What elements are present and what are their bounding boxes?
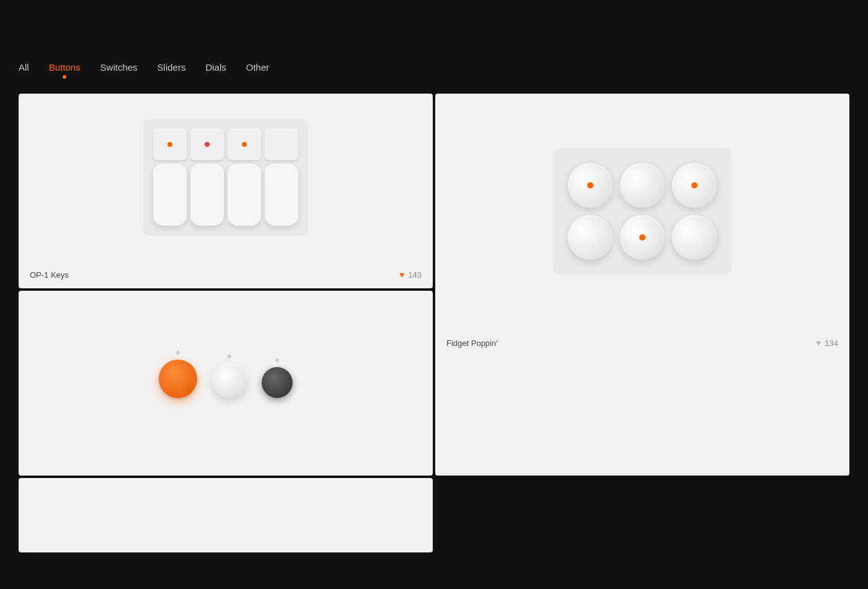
op1-dot-3 [242,142,247,147]
card-fidget-poppin-like-count: 134 [825,339,838,348]
heart-filled-icon: ♥ [399,270,404,280]
op1-top-key-4 [265,129,298,160]
fidget-bubble-1 [568,163,613,208]
btn-vis-dot-white [228,355,231,358]
tab-dials[interactable]: Dials [205,62,226,76]
card-op1-keys-like-count: 143 [408,270,422,280]
fidget-dot-3 [691,182,698,188]
tab-all[interactable]: All [19,62,29,76]
btn-orange-circle [159,360,197,398]
tab-other[interactable]: Other [246,62,270,76]
card-buttons-vis-footer [19,458,433,476]
card-fidget-poppin-content [435,94,849,329]
op1-top-key-2 [190,129,224,160]
buttons-visual [159,351,293,398]
fidget-dot-5 [639,234,645,241]
op1-bottom-key-4 [265,164,298,226]
op1-bottom-key-3 [228,164,261,226]
card-buttons-vis[interactable] [19,291,433,476]
card-buttons-vis-content [19,291,433,458]
tab-sliders[interactable]: Sliders [157,62,186,76]
card-op1-keys[interactable]: OP-1 Keys ♥ 143 [19,94,433,288]
fidget-grid-visual [553,148,732,275]
op1-dot-1 [167,142,172,147]
card-empty[interactable] [19,478,433,552]
op1-keys-visual [143,119,308,236]
card-fidget-poppin-footer: Fidget Poppin' ♥ 134 [435,329,849,356]
fidget-bubble-5 [620,215,665,260]
nav-tabs: All Buttons Switches Sliders Dials Other [19,62,849,76]
heart-empty-icon: ♥ [816,338,821,348]
op1-bottom-key-1 [153,164,187,226]
op1-top-key-1 [153,129,187,160]
card-op1-keys-footer: OP-1 Keys ♥ 143 [19,261,433,288]
page-wrapper: All Buttons Switches Sliders Dials Other [0,0,868,589]
card-op1-keys-likes: ♥ 143 [399,270,422,280]
card-fidget-poppin-title: Fidget Poppin' [446,339,498,348]
card-fidget-poppin[interactable]: Fidget Poppin' ♥ 134 [435,94,849,476]
card-op1-keys-content [19,94,433,261]
btn-white-circle [212,363,247,398]
btn-vis-dot-orange [176,351,180,355]
tab-switches[interactable]: Switches [100,62,138,76]
fidget-bubble-6 [672,215,717,260]
card-fidget-poppin-likes: ♥ 134 [816,338,838,348]
op1-bottom-key-2 [190,164,224,226]
tab-buttons[interactable]: Buttons [49,62,81,76]
card-empty-content [19,478,433,552]
fidget-bubble-2 [620,163,665,208]
op1-top-key-3 [228,129,261,160]
btn-vis-white [212,355,247,398]
card-op1-keys-title: OP-1 Keys [30,270,69,280]
btn-dark-circle [262,367,293,398]
fidget-bubble-3 [672,163,717,208]
btn-vis-dot-dark [275,358,279,362]
fidget-bubble-4 [568,215,613,260]
cards-grid: OP-1 Keys ♥ 143 [19,94,849,552]
btn-vis-dark [262,358,293,398]
op1-dot-2 [205,142,210,147]
btn-vis-orange [159,351,197,398]
fidget-dot-1 [587,182,593,188]
